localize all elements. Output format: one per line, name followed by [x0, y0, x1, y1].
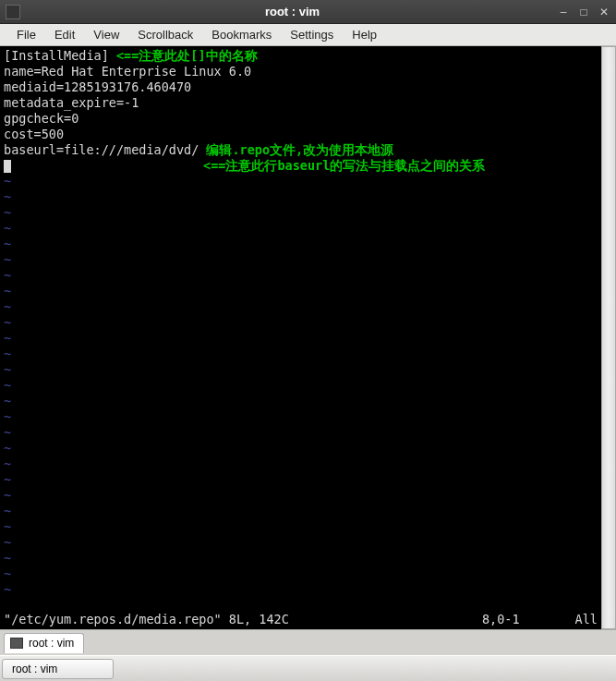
window-title: root : vim: [28, 5, 557, 18]
line1-annotation: <==注意此处[]中的名称: [109, 48, 258, 63]
menu-settings[interactable]: Settings: [281, 25, 343, 44]
tilde-line: ~: [4, 425, 598, 441]
status-file: "/etc/yum.repos.d/media.repo" 8L, 142C: [4, 612, 289, 627]
content-line-8: <==注意此行baseurl的写法与挂载点之间的关系: [4, 158, 598, 174]
terminal-tab-label: root : vim: [29, 637, 74, 650]
vim-status-line: "/etc/yum.repos.d/media.repo" 8L, 142C 8…: [4, 612, 598, 627]
line8-annotation: <==注意此行baseurl的写法与挂载点之间的关系: [203, 158, 485, 174]
tilde-line: ~: [4, 472, 598, 488]
window-titlebar: root : vim – □ ✕: [0, 0, 616, 24]
menu-scrollback[interactable]: Scrollback: [128, 25, 202, 44]
tilde-line: ~: [4, 582, 598, 598]
tilde-line: ~: [4, 456, 598, 472]
tilde-line: ~: [4, 189, 598, 205]
tilde-line: ~: [4, 519, 598, 535]
menu-bookmarks[interactable]: Bookmarks: [202, 25, 281, 44]
menu-help[interactable]: Help: [343, 25, 386, 44]
tilde-line: ~: [4, 488, 598, 504]
content-line-6: cost=500: [4, 127, 598, 142]
content-line-3: mediaid=1285193176.460470: [4, 79, 598, 95]
content-line-2: name=Red Hat Enterprise Linux 6.0: [4, 64, 598, 79]
terminal-tabbar: root : vim: [0, 629, 616, 655]
menu-file[interactable]: File: [7, 25, 45, 44]
scrollbar[interactable]: [601, 46, 616, 629]
tilde-line: ~: [4, 221, 598, 237]
tilde-line: ~: [4, 566, 598, 582]
cursor: [4, 160, 11, 173]
tilde-line: ~: [4, 237, 598, 252]
terminal-tab-icon: [10, 638, 23, 649]
content-line-4: metadata_expire=-1: [4, 95, 598, 111]
line7-annotation: 编辑.repo文件,改为使用本地源: [199, 142, 393, 157]
tilde-line: ~: [4, 378, 598, 394]
tilde-line: ~: [4, 268, 598, 284]
minimize-button[interactable]: –: [557, 6, 570, 18]
maximize-button[interactable]: □: [577, 6, 590, 18]
status-percent: All: [575, 612, 598, 627]
tilde-line: ~: [4, 174, 598, 189]
tilde-line: ~: [4, 362, 598, 378]
tilde-line: ~: [4, 315, 598, 331]
status-position: 8,0-1: [482, 612, 575, 627]
window-controls: – □ ✕: [557, 6, 610, 18]
tilde-line: ~: [4, 205, 598, 221]
tilde-line: ~: [4, 299, 598, 315]
content-line-5: gpgcheck=0: [4, 111, 598, 127]
tilde-line: ~: [4, 441, 598, 456]
tilde-line: ~: [4, 347, 598, 362]
content-line-1: [InstallMedia] <==注意此处[]中的名称: [4, 48, 598, 64]
close-button[interactable]: ✕: [598, 6, 610, 18]
tilde-line: ~: [4, 535, 598, 551]
taskbar-item-label: root : vim: [12, 663, 57, 675]
taskbar: root : vim: [0, 655, 616, 681]
tilde-line: ~: [4, 284, 598, 299]
tilde-line: ~: [4, 394, 598, 409]
tilde-line: ~: [4, 504, 598, 519]
tilde-line: ~: [4, 551, 598, 566]
line1-text: [InstallMedia]: [4, 48, 109, 63]
tilde-line: ~: [4, 331, 598, 347]
menubar: File Edit View Scrollback Bookmarks Sett…: [0, 24, 616, 46]
line7-text: baseurl=file:///media/dvd/: [4, 142, 199, 157]
tilde-line: ~: [4, 252, 598, 268]
terminal[interactable]: [InstallMedia] <==注意此处[]中的名称 name=Red Ha…: [0, 46, 616, 629]
taskbar-item[interactable]: root : vim: [2, 659, 114, 679]
terminal-icon: [6, 5, 20, 19]
content-line-7: baseurl=file:///media/dvd/ 编辑.repo文件,改为使…: [4, 142, 598, 158]
menu-edit[interactable]: Edit: [45, 25, 84, 44]
tilde-line: ~: [4, 409, 598, 425]
terminal-tab[interactable]: root : vim: [4, 633, 84, 653]
menu-view[interactable]: View: [84, 25, 128, 44]
